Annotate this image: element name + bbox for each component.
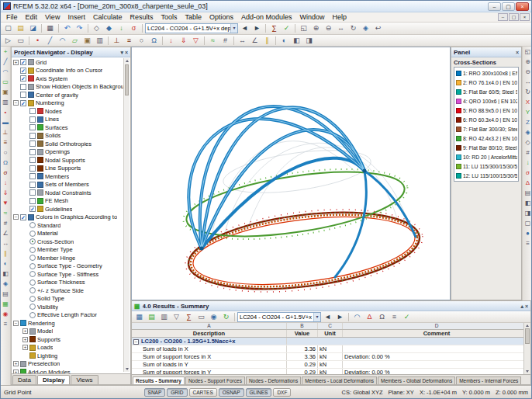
auto-hide-button[interactable]: ▾ bbox=[120, 50, 123, 55]
clipping-plane-icon[interactable]: ◧ bbox=[291, 36, 302, 46]
show-deformations-icon[interactable]: Δ bbox=[523, 178, 532, 188]
nodal-load-icon[interactable]: ↓ bbox=[1, 178, 10, 188]
tree-item-line-supports[interactable]: Line Supports bbox=[12, 165, 123, 173]
tree-item-preselection[interactable]: +Preselection bbox=[12, 360, 123, 369]
dock-button[interactable]: ▴ bbox=[520, 304, 523, 309]
legend-item[interactable]: 9: Flat Bar 80/10; Steel S... bbox=[455, 143, 517, 152]
line-support-icon[interactable]: ≡ bbox=[123, 36, 135, 46]
legend-item[interactable]: 11: LU 115/300/15/30/5... bbox=[455, 161, 517, 171]
view-y-icon[interactable]: Y bbox=[523, 107, 532, 117]
menu-options[interactable]: Options bbox=[206, 12, 237, 23]
tree-item-model[interactable]: +Model bbox=[12, 328, 123, 336]
minimize-button[interactable]: – bbox=[488, 2, 501, 11]
isometric-icon[interactable]: ◈ bbox=[1, 279, 10, 289]
next-load-case-icon[interactable]: ► bbox=[251, 23, 263, 33]
radio-button[interactable] bbox=[29, 271, 36, 277]
legend-item[interactable]: 12: LU 115/100/15/30/5... bbox=[455, 171, 517, 180]
render-mode-icon[interactable]: ● bbox=[523, 228, 532, 238]
menu-edit[interactable]: Edit bbox=[22, 12, 42, 23]
tree-item-colors-in-graphics-according-to[interactable]: −✓Colors in Graphics According to bbox=[12, 213, 123, 222]
maximize-button[interactable]: ▢ bbox=[502, 2, 515, 11]
checkbox[interactable]: ✓ bbox=[20, 214, 26, 220]
radio-button[interactable] bbox=[29, 231, 36, 237]
navigator-scrollbar[interactable] bbox=[123, 58, 130, 372]
open-model-icon[interactable]: ▤ bbox=[15, 23, 26, 33]
checkbox[interactable] bbox=[29, 133, 36, 139]
cross-section-icon[interactable]: Ω bbox=[1, 158, 10, 168]
results-scrollbar[interactable] bbox=[523, 323, 530, 374]
insert-member-icon[interactable]: ▬ bbox=[1, 117, 10, 127]
load-case-combo[interactable]: LC204 - CO204 - G+1.5V+x dep.▾ bbox=[145, 23, 238, 33]
legend-item[interactable]: 6: RO 60.3x4.0 | EN 10... bbox=[455, 115, 517, 124]
tree-item-member-hinge[interactable]: Member Hinge bbox=[12, 254, 123, 262]
checkbox[interactable] bbox=[20, 92, 26, 98]
collapse-icon[interactable]: − bbox=[13, 100, 19, 106]
grid-icon[interactable]: # bbox=[1, 218, 10, 228]
tree-item-supports[interactable]: +Supports bbox=[12, 335, 123, 344]
export-table-icon[interactable]: ▤ bbox=[146, 312, 157, 322]
visibility-icon[interactable]: ◐ bbox=[278, 36, 290, 46]
line-support-icon[interactable]: ≡ bbox=[1, 137, 10, 147]
visibility-icon[interactable]: ◐ bbox=[1, 258, 10, 269]
checkbox[interactable] bbox=[29, 157, 36, 163]
tab-display[interactable]: Display bbox=[37, 375, 70, 384]
fe-mesh-icon[interactable]: ≈ bbox=[1, 208, 10, 218]
previous-load-case-icon[interactable]: ◄ bbox=[322, 312, 333, 322]
fe-mesh-icon[interactable]: ≈ bbox=[207, 36, 219, 46]
model-viewport[interactable] bbox=[131, 47, 451, 300]
tree-item-solid-orthotropies[interactable]: Solid Orthotropies bbox=[12, 140, 123, 148]
minimize-document-button[interactable]: – bbox=[498, 13, 508, 21]
extreme-values-icon[interactable]: Δ bbox=[364, 312, 375, 322]
tab-results-summary[interactable]: Results - Summary bbox=[133, 376, 185, 384]
units-settings-icon[interactable]: Ω bbox=[376, 312, 388, 322]
new-model-icon[interactable]: ▢ bbox=[2, 23, 14, 33]
dimension-icon[interactable]: ↔ bbox=[1, 238, 10, 248]
tree-item-surface-type-stiffness[interactable]: Surface Type - Stiffness bbox=[12, 270, 123, 279]
checkbox[interactable] bbox=[29, 182, 36, 188]
checkbox[interactable]: ✓ bbox=[20, 68, 26, 74]
tab-members-internal-forces[interactable]: Members - Internal Forces bbox=[456, 376, 521, 384]
show-loads-icon[interactable]: ↓ bbox=[523, 158, 532, 168]
show-result-values-icon[interactable]: σ bbox=[523, 168, 532, 178]
redo-icon[interactable]: ↷ bbox=[74, 23, 85, 33]
checkbox[interactable] bbox=[29, 116, 36, 123]
insert-solid-icon[interactable]: ▣ bbox=[81, 36, 93, 46]
scroll-down-icon[interactable] bbox=[126, 368, 129, 370]
menu-file[interactable]: File bbox=[2, 12, 22, 23]
tree-item-sets-of-members[interactable]: Sets of Members bbox=[12, 181, 123, 189]
tab-views[interactable]: Views bbox=[71, 375, 98, 384]
dimension-icon[interactable]: ↔ bbox=[237, 36, 248, 46]
insert-opening-icon[interactable]: ▥ bbox=[94, 36, 105, 46]
status-toggle-glines[interactable]: GLINES bbox=[246, 388, 272, 397]
tree-item-lighting[interactable]: Lighting bbox=[12, 352, 123, 360]
tree-item-effective-length-factor[interactable]: Effective Length Factor bbox=[12, 311, 123, 320]
tree-item-numbering[interactable]: −✓Numbering bbox=[12, 99, 123, 108]
guideline-icon[interactable]: ∥ bbox=[261, 36, 273, 46]
tree-item-solid-type[interactable]: Solid Type bbox=[12, 295, 123, 304]
material-icon[interactable]: σ bbox=[1, 168, 10, 178]
print-table-icon[interactable]: ▥ bbox=[158, 312, 170, 322]
scrollbar-thumb[interactable] bbox=[525, 328, 530, 344]
close-button[interactable]: × bbox=[516, 2, 529, 11]
select-window-icon[interactable]: ▭ bbox=[15, 36, 26, 46]
menu-view[interactable]: View bbox=[41, 12, 64, 23]
insert-solid-icon[interactable]: ▣ bbox=[1, 87, 10, 97]
zoom-in-icon[interactable]: ⊕ bbox=[523, 57, 532, 67]
next-load-case-icon[interactable]: ► bbox=[334, 312, 346, 322]
results-group-row[interactable]: −LC200 - CO200 - 1.35G+1.5Nacc+x bbox=[132, 338, 530, 345]
checkbox[interactable]: ✓ bbox=[20, 100, 26, 106]
result-diagrams-icon[interactable]: ◠ bbox=[351, 312, 363, 322]
expand-icon[interactable]: + bbox=[22, 328, 28, 334]
clipping-icon[interactable]: ◧ bbox=[1, 269, 10, 279]
tree-item-lines[interactable]: Lines bbox=[12, 116, 123, 124]
insert-arc-icon[interactable]: ◠ bbox=[57, 36, 68, 46]
tab-members-local-deformations[interactable]: Members - Local Deformations bbox=[302, 376, 377, 384]
check-model-icon[interactable]: ✓ bbox=[281, 23, 292, 33]
tree-item-show-hidden-objects-in-background[interactable]: Show Hidden Objects in Background bbox=[12, 83, 123, 92]
surface-load-icon[interactable]: ▼ bbox=[1, 198, 10, 208]
tree-item-nodes[interactable]: Nodes bbox=[12, 107, 123, 116]
tree-item-surface-type-geometry[interactable]: Surface Type - Geometry bbox=[12, 262, 123, 271]
tree-item-solids[interactable]: Solids bbox=[12, 132, 123, 141]
checkbox[interactable]: ✓ bbox=[20, 75, 26, 82]
pan-view-icon[interactable]: ↔ bbox=[335, 23, 347, 33]
